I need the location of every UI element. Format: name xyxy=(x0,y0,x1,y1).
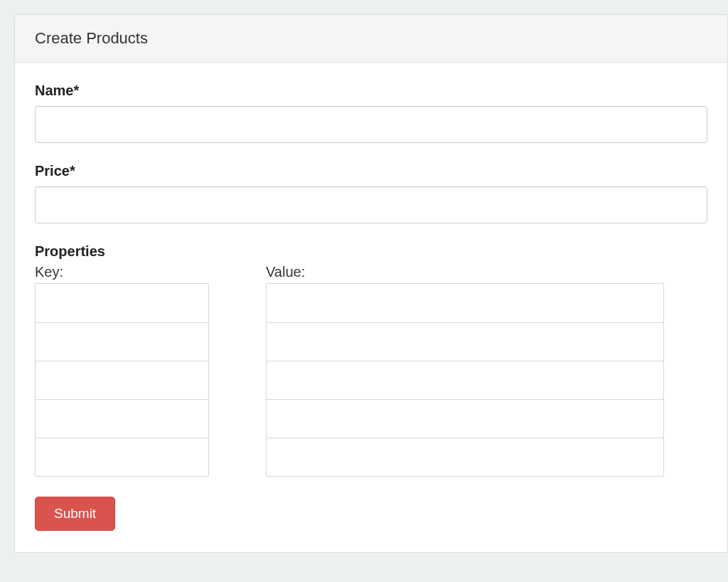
submit-button[interactable]: Submit xyxy=(35,497,115,531)
property-key-input[interactable] xyxy=(36,438,208,476)
property-key-input[interactable] xyxy=(36,284,208,322)
price-field-group: Price* xyxy=(35,163,707,223)
page: Create Products Name* Price* Properties … xyxy=(0,0,728,553)
property-value-input[interactable] xyxy=(267,399,663,438)
property-key-input[interactable] xyxy=(36,361,208,399)
properties-key-stack xyxy=(35,283,209,477)
name-label: Name* xyxy=(35,83,707,99)
properties-value-header: Value: xyxy=(266,264,664,280)
submit-row: Submit xyxy=(35,497,707,531)
properties-section: Properties Key: Value: xyxy=(35,243,707,477)
property-value-input[interactable] xyxy=(267,322,663,361)
price-input[interactable] xyxy=(35,186,707,223)
name-input[interactable] xyxy=(35,106,707,143)
properties-label: Properties xyxy=(35,243,707,260)
property-value-input[interactable] xyxy=(267,361,663,399)
panel-body: Name* Price* Properties Key: xyxy=(15,63,727,552)
property-value-input[interactable] xyxy=(267,438,663,476)
price-label: Price* xyxy=(35,163,707,179)
properties-key-column: Key: xyxy=(35,264,209,477)
properties-value-column: Value: xyxy=(266,264,664,477)
panel-title: Create Products xyxy=(15,15,727,63)
property-key-input[interactable] xyxy=(36,399,208,438)
create-products-panel: Create Products Name* Price* Properties … xyxy=(14,14,728,553)
property-key-input[interactable] xyxy=(36,322,208,361)
name-field-group: Name* xyxy=(35,83,707,143)
properties-value-stack xyxy=(266,283,664,477)
property-value-input[interactable] xyxy=(267,284,663,322)
properties-key-header: Key: xyxy=(35,264,209,280)
properties-columns: Key: Value: xyxy=(35,264,707,477)
